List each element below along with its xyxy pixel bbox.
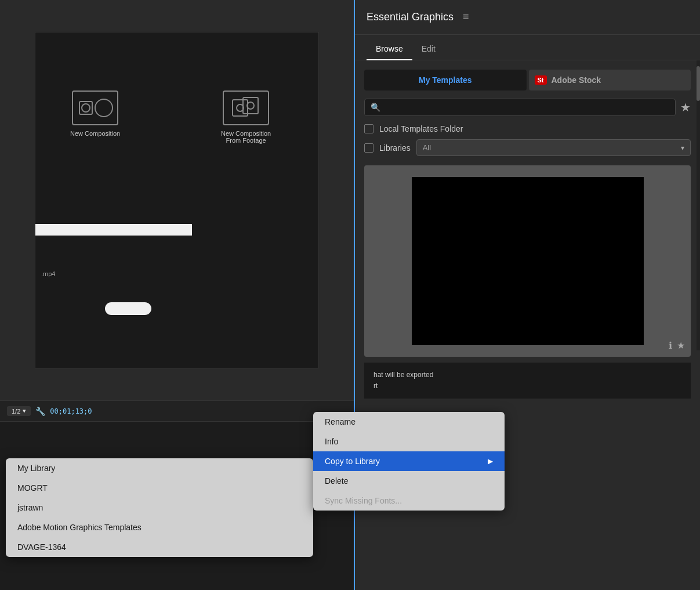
new-composition-label: New Composition <box>70 130 120 137</box>
search-input[interactable] <box>385 103 669 112</box>
libraries-row: Libraries All ▾ <box>364 139 691 156</box>
context-menu-copy-to-library[interactable]: Copy to Library ▶ <box>313 451 505 471</box>
local-templates-folder-row: Local Templates Folder <box>364 124 691 133</box>
search-container: 🔍 <box>364 99 676 116</box>
scrollbar-thumb[interactable] <box>697 66 700 101</box>
context-menu-info[interactable]: Info <box>313 432 505 451</box>
chevron-down-icon: ▾ <box>23 407 26 415</box>
preview-black-canvas <box>412 177 644 345</box>
new-composition-footage-icon <box>223 91 269 125</box>
preview-info-line1: hat will be exported <box>373 370 681 381</box>
context-menu: Rename Info Copy to Library ▶ Delete Syn… <box>313 412 505 511</box>
preview-info-area: hat will be exported rt <box>364 363 691 399</box>
tab-edit[interactable]: Edit <box>412 38 445 60</box>
context-menu-sync-fonts: Sync Missing Fonts... <box>313 491 505 511</box>
preview-canvas: New Composition New CompositionFrom Foot… <box>35 32 319 368</box>
info-icon[interactable]: ℹ <box>669 340 672 351</box>
tab-my-templates[interactable]: My Templates <box>364 70 527 91</box>
white-bar <box>35 224 192 236</box>
library-item-jstrawn[interactable]: jstrawn <box>6 498 313 517</box>
frame-selector[interactable]: 1/2 ▾ <box>7 406 31 416</box>
preview-star-icon[interactable]: ★ <box>677 340 685 351</box>
template-preview-thumbnail: ℹ ★ <box>364 165 691 357</box>
submenu-arrow-icon: ▶ <box>488 457 493 465</box>
local-templates-folder-checkbox[interactable] <box>364 124 373 133</box>
library-item-adobe-motion[interactable]: Adobe Motion Graphics Templates <box>6 517 313 537</box>
preview-area: New Composition New CompositionFrom Foot… <box>0 0 354 400</box>
svg-point-1 <box>82 104 90 112</box>
libraries-checkbox[interactable] <box>364 143 373 153</box>
eg-title: Essential Graphics <box>367 11 454 23</box>
adobe-stock-badge: St <box>535 75 547 85</box>
eg-menu-icon[interactable]: ≡ <box>463 11 469 23</box>
mp4-label: .mp4 <box>41 270 55 277</box>
library-submenu: My Library MOGRT jstrawn Adobe Motion Gr… <box>6 458 313 557</box>
scrollbar[interactable] <box>697 60 700 350</box>
local-templates-folder-label: Local Templates Folder <box>379 124 463 133</box>
libraries-dropdown[interactable]: All ▾ <box>416 139 691 156</box>
context-menu-delete[interactable]: Delete <box>313 471 505 491</box>
timecode-display: 00;01;13;0 <box>50 407 92 415</box>
eg-browse-content: My Templates St Adobe Stock 🔍 ★ Local Te… <box>355 60 700 408</box>
search-row: 🔍 ★ <box>364 99 691 116</box>
libraries-dropdown-value: All <box>423 143 431 152</box>
library-item-mogrt[interactable]: MOGRT <box>6 478 313 498</box>
new-composition-footage-group: New CompositionFrom Footage <box>221 91 271 144</box>
library-item-my-library[interactable]: My Library <box>6 458 313 478</box>
context-menu-rename[interactable]: Rename <box>313 412 505 432</box>
tab-adobe-stock[interactable]: St Adobe Stock <box>529 70 691 91</box>
new-composition-icon-group: New Composition <box>70 91 120 137</box>
template-type-tabs: My Templates St Adobe Stock <box>364 70 691 91</box>
timeline-controls: 1/2 ▾ 🔧 00;01;13;0 <box>0 401 354 422</box>
library-item-dvage[interactable]: DVAGE-1364 <box>6 537 313 557</box>
libraries-dropdown-chevron-icon: ▾ <box>681 144 684 152</box>
new-composition-footage-label: New CompositionFrom Footage <box>221 130 271 144</box>
wrench-icon[interactable]: 🔧 <box>35 407 45 416</box>
favorite-star-button[interactable]: ★ <box>680 100 691 114</box>
essential-graphics-header: Essential Graphics ≡ <box>355 0 700 35</box>
white-pill <box>105 302 151 315</box>
new-composition-icon <box>72 91 118 125</box>
preview-info-line2: rt <box>373 381 681 392</box>
preview-overlay-icons: ℹ ★ <box>669 340 685 351</box>
search-icon: 🔍 <box>371 103 380 112</box>
libraries-label: Libraries <box>379 143 411 153</box>
tab-browse[interactable]: Browse <box>367 38 412 60</box>
eg-tabs: Browse Edit <box>355 35 700 60</box>
